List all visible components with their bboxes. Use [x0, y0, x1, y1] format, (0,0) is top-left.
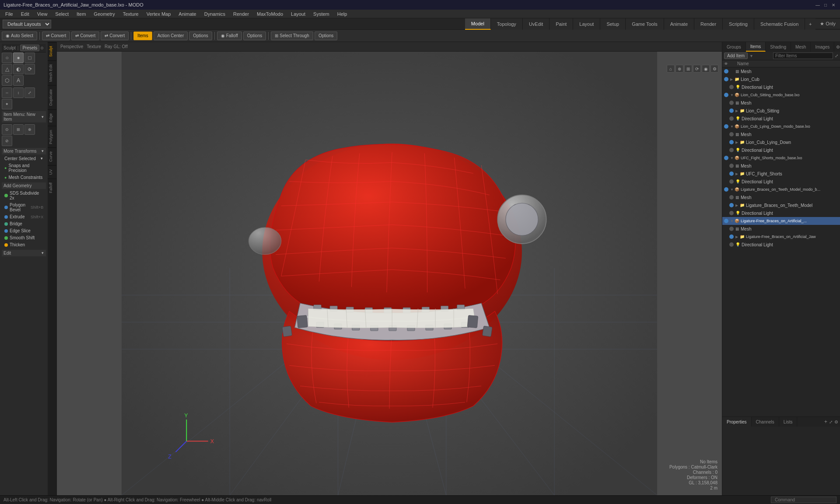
transforms-header[interactable]: More Transforms ▼ — [2, 148, 46, 154]
presets-btn[interactable]: Presets — [20, 45, 39, 51]
tree-item-ufc-light[interactable]: 💡 Directional Light — [722, 178, 840, 186]
add-item-btn[interactable]: Add Item — [724, 52, 748, 59]
tab-uvedit[interactable]: UvEdit — [523, 18, 550, 30]
menu-layout[interactable]: Layout — [287, 10, 309, 18]
half-circle-btn[interactable]: ◐ — [13, 64, 24, 74]
hex-icon-btn[interactable]: ⬡ — [2, 75, 12, 86]
settings-icon[interactable]: ⚙ — [40, 46, 44, 50]
viewport-canvas[interactable]: X Y Z No Items Polygons : Catmull-Clark … — [57, 52, 722, 495]
items-btn[interactable]: Items — [133, 32, 152, 40]
tab-scripting[interactable]: Scripting — [723, 18, 754, 30]
tab-images[interactable]: Images — [811, 42, 834, 52]
tree-item-lioncub[interactable]: ▶ 📁 Lion_Cub — [722, 75, 840, 83]
tree-item-braces-item[interactable]: ▶ 📁 Ligature_Braces_on_Teeth_Model — [722, 201, 840, 209]
tab-shading[interactable]: Shading — [766, 42, 791, 52]
tree-item-mesh1[interactable]: ▦ Mesh — [722, 67, 840, 75]
convert-btn-2[interactable]: ⇄ Convert — [71, 32, 99, 40]
circle-icon-btn[interactable]: ○ — [2, 52, 12, 63]
tab-layout[interactable]: Layout — [573, 18, 600, 30]
bridge-btn[interactable]: Bridge — [2, 220, 46, 227]
props-tab-channels[interactable]: Channels — [752, 417, 779, 427]
nav-icon-settings[interactable]: ⚙ — [710, 65, 718, 73]
tree-item-ufc-lxo[interactable]: ▼ 📦 UFC_Fight_Shorts_modo_base.lxo — [722, 154, 840, 162]
vert-tab-edge[interactable]: Edge — [48, 109, 56, 126]
tree-item-light1[interactable]: 💡 Directional Light — [722, 83, 840, 91]
maximize-btn[interactable]: □ — [822, 2, 829, 8]
tool-icon-d[interactable]: ✦ — [2, 99, 12, 109]
props-expand-icon[interactable]: ⤢ — [829, 420, 833, 424]
tree-item-free-item[interactable]: ▶ 📁 Ligature-Free_Braces_on_Artificial_J… — [722, 233, 840, 241]
tree-item-sitting-lxo[interactable]: ▼ 📦 Lion_Cub_Sitting_modo_base.lxo — [722, 91, 840, 99]
triangle-icon-btn[interactable]: △ — [2, 64, 12, 74]
tree-item-sitting-light[interactable]: 💡 Directional Light — [722, 115, 840, 122]
vert-tab-meshedit[interactable]: Mesh Edit — [48, 60, 56, 85]
panel-settings-icon[interactable]: ⚙ — [836, 45, 840, 49]
minimize-btn[interactable]: — — [815, 2, 821, 8]
extrude-btn[interactable]: Extrude Shift+X — [2, 214, 46, 220]
falloff-btn[interactable]: ◉ Falloff — [217, 32, 242, 40]
window-controls[interactable]: — □ ✕ — [815, 2, 836, 8]
tab-items[interactable]: Items — [746, 42, 766, 52]
tool-sm-d[interactable]: ⊘ — [2, 136, 12, 146]
menu-view[interactable]: View — [34, 10, 51, 18]
select-through-btn[interactable]: ⊞ Select Through — [271, 32, 313, 40]
options-btn-3[interactable]: Options — [315, 32, 337, 40]
tree-item-lying-light[interactable]: 💡 Directional Light — [722, 146, 840, 154]
tool-sm-a[interactable]: ⊙ — [2, 124, 12, 135]
mesh-constraints-btn[interactable]: ● Mesh Constraints — [2, 174, 46, 181]
filter-expand-icon[interactable]: ⤢ — [835, 53, 838, 58]
tab-paint[interactable]: Paint — [550, 18, 573, 30]
sds-subdivide-btn[interactable]: SDS Subdivide 2x — [2, 190, 46, 201]
tab-model[interactable]: Model — [465, 18, 491, 30]
tab-add-btn[interactable]: + — [805, 18, 816, 30]
tree-item-sitting-item[interactable]: ▶ 📁 Lion_Cub_Sitting — [722, 107, 840, 115]
nav-icon-home[interactable]: ⌂ — [667, 65, 675, 73]
tree-item-ufc-mesh[interactable]: ▦ Mesh — [722, 162, 840, 170]
menu-help[interactable]: Help — [334, 10, 351, 18]
vert-tab-falloff[interactable]: Falloff — [48, 178, 56, 196]
tree-item-braces-mesh[interactable]: ▦ Mesh — [722, 193, 840, 201]
menu-vertexmap[interactable]: Vertex Map — [143, 10, 175, 18]
sphere-icon-btn[interactable]: ● — [13, 52, 24, 63]
tab-schematic[interactable]: Schematic Fusion — [754, 18, 805, 30]
menu-select[interactable]: Select — [52, 10, 72, 18]
menu-system[interactable]: System — [310, 10, 333, 18]
text-icon-btn[interactable]: A — [13, 75, 24, 86]
tab-animate[interactable]: Animate — [664, 18, 694, 30]
edge-slice-btn[interactable]: Edge Slice — [2, 228, 46, 234]
vert-tab-duplicate[interactable]: Duplicate — [48, 85, 56, 109]
edit-header[interactable]: Edit ▼ — [2, 250, 46, 256]
tool-icon-a[interactable]: ↔ — [2, 88, 12, 98]
menu-render[interactable]: Render — [230, 10, 252, 18]
menu-texture[interactable]: Texture — [119, 10, 142, 18]
nav-icon-fit[interactable]: ⊞ — [684, 65, 692, 73]
tab-render[interactable]: Render — [694, 18, 723, 30]
filter-items-input[interactable] — [773, 52, 833, 59]
menu-file[interactable]: File — [2, 10, 17, 18]
tool-icon-c[interactable]: ⤢ — [24, 88, 35, 98]
center-selected-btn[interactable]: Center Selected ▼ — [2, 155, 46, 162]
options-btn-1[interactable]: Options — [189, 32, 212, 40]
rotate-icon-btn[interactable]: ⟳ — [24, 64, 35, 74]
tab-gametools[interactable]: Game Tools — [626, 18, 664, 30]
tool-sm-c[interactable]: ⊕ — [24, 124, 35, 135]
props-tab-properties[interactable]: Properties — [722, 417, 752, 427]
close-btn[interactable]: ✕ — [830, 2, 836, 8]
tab-topology[interactable]: Topology — [491, 18, 523, 30]
snaps-precision-btn[interactable]: ● Snaps and Precision — [2, 162, 46, 174]
vert-tab-sculpt[interactable]: Sculpt — [48, 42, 56, 60]
thicken-btn[interactable]: Thicken — [2, 242, 46, 248]
command-input[interactable] — [771, 497, 836, 503]
add-geometry-header[interactable]: Add Geometry — [2, 182, 46, 189]
nav-icon-zoom[interactable]: ⊕ — [676, 65, 683, 73]
smooth-shift-btn[interactable]: Smooth Shift — [2, 234, 46, 241]
convert-btn-3[interactable]: ⇄ Convert — [101, 32, 129, 40]
props-settings-icon[interactable]: ⚙ — [834, 420, 838, 424]
viewport[interactable]: Perspective Texture Ray GL: Off — [57, 42, 722, 495]
vert-tab-polygon[interactable]: Polygon — [48, 126, 56, 148]
menu-animate[interactable]: Animate — [175, 10, 200, 18]
tree-item-free-mesh[interactable]: ▦ Mesh — [722, 225, 840, 233]
menu-maxtomodo[interactable]: MaxToModo — [253, 10, 287, 18]
tree-item-braces-light[interactable]: 💡 Directional Light — [722, 209, 840, 217]
nav-icon-cam[interactable]: ◉ — [702, 65, 710, 73]
